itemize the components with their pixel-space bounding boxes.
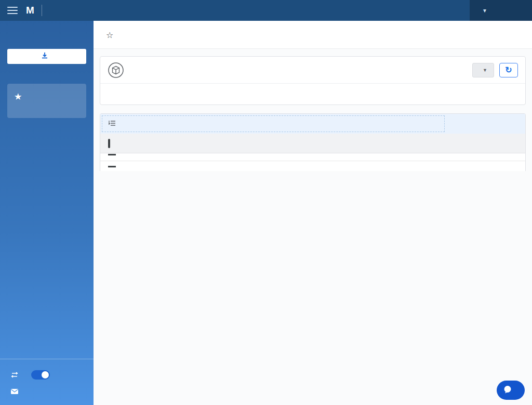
star-icon: ★ xyxy=(15,92,21,101)
chat-bubble-icon xyxy=(503,385,512,396)
activity-table-card xyxy=(100,113,526,171)
favorite-star-icon[interactable]: ☆ xyxy=(106,30,113,40)
sidebar-nav xyxy=(0,21,94,24)
partial-row-top xyxy=(100,153,525,161)
chart-section xyxy=(100,84,525,104)
download-center-button[interactable] xyxy=(7,49,86,64)
hamburger-menu-icon[interactable] xyxy=(7,7,18,14)
export-button[interactable]: ▼ xyxy=(472,63,494,77)
partial-row-bottom xyxy=(100,161,525,171)
envelope-icon xyxy=(9,388,20,395)
refresh-button[interactable]: ↻ xyxy=(499,63,518,77)
package-icon xyxy=(108,62,124,79)
table-header-row xyxy=(100,134,525,153)
swap-arrows-icon xyxy=(9,372,20,378)
page-header: ☆ xyxy=(94,21,532,49)
main-content: ☆ ▼ ↻ xyxy=(94,21,532,405)
sidebar-footer xyxy=(0,359,94,405)
help-button[interactable] xyxy=(497,381,525,400)
group-by-bar xyxy=(100,114,525,134)
send-feedback-item[interactable] xyxy=(0,383,94,400)
records-card: ▼ ↻ xyxy=(100,56,526,105)
header-divider xyxy=(42,5,42,16)
chevron-down-icon: ▼ xyxy=(482,8,487,14)
group-drop-zone[interactable] xyxy=(102,115,445,132)
new-navigation-item xyxy=(0,367,94,383)
group-icon xyxy=(109,119,116,128)
user-menu[interactable]: ▼ xyxy=(470,0,532,21)
blocked-apps-chart xyxy=(188,89,522,101)
download-icon xyxy=(41,52,48,61)
add-remove-columns-link[interactable] xyxy=(445,115,524,132)
chevron-down-icon: ▼ xyxy=(483,68,487,73)
my-favorites-panel: ★ xyxy=(7,84,86,118)
top-header-bar: M ▼ xyxy=(0,0,532,21)
blocked-apps-stats xyxy=(105,89,188,101)
new-navigation-toggle[interactable] xyxy=(31,370,50,380)
sidebar: ★ xyxy=(0,21,94,405)
records-card-header: ▼ ↻ xyxy=(100,57,525,84)
select-all-checkbox[interactable] xyxy=(108,139,110,148)
malwarebytes-logo: M xyxy=(26,5,34,16)
